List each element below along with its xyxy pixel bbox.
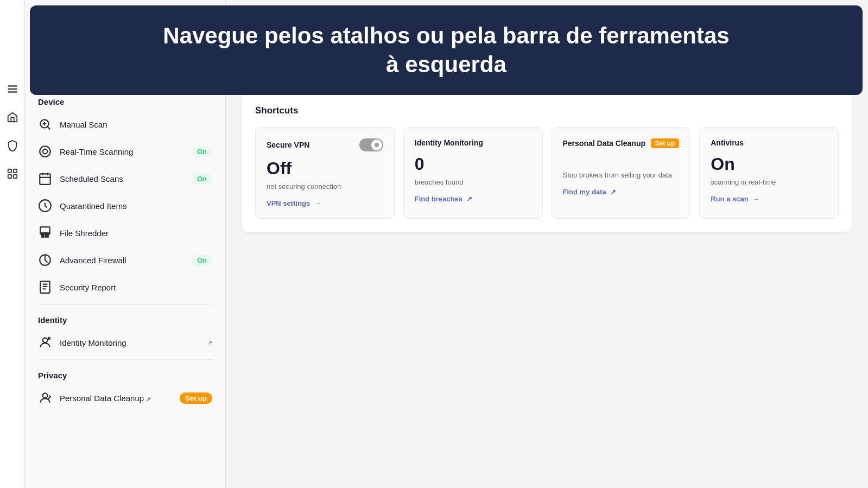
file-shredder-icon [38,226,52,240]
divider-2 [38,359,212,360]
shortcut-card-secure-vpn: Secure VPN Off not securing connection V… [255,127,395,219]
scheduled-scans-label: Scheduled Scans [60,174,184,183]
grid-nav-icon[interactable] [5,166,20,181]
shortcuts-title: Shortcuts [255,105,839,116]
secure-vpn-toggle[interactable] [359,138,383,151]
file-shredder-label: File Shredder [60,229,212,238]
svg-rect-5 [8,175,11,178]
find-breaches-link[interactable]: Find breaches ↗ [415,195,531,203]
scheduled-scans-badge: On [192,173,212,185]
real-time-scanning-icon [38,144,52,159]
identity-section-label: Identity [25,308,225,329]
advanced-firewall-label: Advanced Firewall [60,256,184,265]
divider-1 [38,304,212,305]
svg-rect-11 [40,227,49,233]
hamburger-icon[interactable] [5,81,20,97]
vpn-settings-link[interactable]: VPN settings → [267,199,383,207]
real-time-scanning-label: Real-Time Scanning [60,147,184,156]
personal-data-cleanup-badge: Set up [180,392,212,404]
secure-vpn-title: Secure VPN [267,141,309,149]
identity-monitoring-header: Identity Monitoring [415,138,531,147]
sidebar-item-scheduled-scans[interactable]: Scheduled Scans On [25,165,225,192]
identity-monitoring-sub: breaches found [415,178,531,186]
secure-vpn-sub: not securing connection [267,182,383,191]
sidebar-item-security-report[interactable]: Security Report [25,274,225,301]
sidebar-item-file-shredder[interactable]: File Shredder [25,219,225,246]
sidebar-item-personal-data-cleanup[interactable]: Personal Data Cleanup ↗ Set up [25,384,225,411]
personal-data-cleanup-card-sub: Stop brokers from selling your data [563,171,680,179]
svg-point-9 [43,149,48,154]
svg-point-14 [43,338,48,343]
secure-vpn-value: Off [267,159,383,178]
sidebar-item-advanced-firewall[interactable]: Advanced Firewall On [25,246,225,274]
identity-monitoring-ext-icon: ↗ [207,339,212,346]
toggle-knob [371,140,382,150]
personal-data-cleanup-label: Personal Data Cleanup ↗ [60,394,172,403]
identity-monitoring-card-title: Identity Monitoring [415,138,483,147]
svg-rect-10 [40,174,50,185]
quarantined-items-label: Quarantined Items [60,201,212,211]
svg-rect-4 [13,169,16,173]
scheduled-scans-icon [38,172,52,186]
svg-rect-6 [13,175,16,178]
personal-data-cleanup-card-title: Personal Data Cleanup [563,139,646,148]
identity-monitoring-value: 0 [415,155,531,174]
antivirus-sub: scanning in real-time [711,178,827,186]
sidebar-item-real-time-scanning[interactable]: Real-Time Scanning On [25,138,225,165]
sidebar-item-quarantined-items[interactable]: Quarantined Items [25,192,225,219]
advanced-firewall-badge: On [192,255,212,266]
antivirus-value: On [711,155,827,174]
secure-vpn-header: Secure VPN [267,138,383,151]
security-report-icon [38,280,52,294]
svg-point-8 [40,146,50,157]
security-report-label: Security Report [60,283,212,292]
personal-data-cleanup-header: Personal Data Cleanup Set up [563,138,680,148]
svg-rect-3 [8,169,11,173]
privacy-section-label: Privacy [25,363,225,384]
sidebar-item-identity-monitoring[interactable]: Identity Monitoring ↗ [25,329,225,356]
shortcuts-section: Shortcuts Secure VPN Off not securing co… [242,92,852,232]
svg-point-15 [43,393,48,398]
quarantined-items-icon [38,199,52,213]
personal-data-cleanup-icon [38,391,52,405]
antivirus-header: Antivirus [711,138,827,147]
advanced-firewall-icon [38,253,52,267]
shield-nav-icon[interactable] [5,138,20,153]
banner-line1: Navegue pelos atalhos ou pela barra de f… [163,23,729,48]
identity-monitoring-label: Identity Monitoring [60,338,200,347]
shortcut-card-antivirus: Antivirus On scanning in real-time Run a… [699,127,839,219]
find-my-data-link[interactable]: Find my data ↗ [563,188,680,196]
manual-scan-label: Manual Scan [60,120,212,129]
real-time-scanning-badge: On [192,146,212,157]
run-scan-link[interactable]: Run a scan → [711,195,827,203]
home-nav-icon[interactable] [5,110,20,125]
antivirus-title: Antivirus [711,138,744,147]
icon-sidebar [0,0,25,488]
top-banner: Navegue pelos atalhos ou pela barra de f… [30,5,863,95]
shortcut-card-personal-data-cleanup: Personal Data Cleanup Set up Stop broker… [552,127,691,219]
shortcut-card-identity-monitoring: Identity Monitoring 0 breaches found Fin… [403,127,543,219]
shortcuts-grid: Secure VPN Off not securing connection V… [255,127,839,219]
personal-data-cleanup-card-badge: Set up [651,138,680,148]
manual-scan-icon [38,117,52,131]
banner-line2: à esquerda [386,52,506,77]
sidebar-item-manual-scan[interactable]: Manual Scan [25,111,225,138]
identity-monitoring-icon [38,335,52,350]
